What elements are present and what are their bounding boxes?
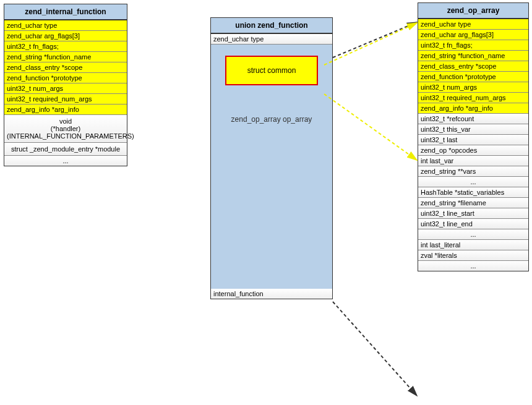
zend-internal-function-box: zend_internal_function zend_uchar typeze… xyxy=(4,4,127,166)
oparray-field-12: zend_op *opcodes xyxy=(418,145,528,156)
oparray-field-4: zend_class_entry *scope xyxy=(418,61,528,72)
op-array-label: zend_op_array op_array xyxy=(217,90,326,124)
connector-common-bottom xyxy=(324,94,417,160)
internal-field-4: zend_class_entry *scope xyxy=(4,62,127,73)
oparray-field-3: zend_string *function_name xyxy=(418,51,528,61)
oparray-field-20: ... xyxy=(418,229,528,240)
zend-op-array-fields: zend_uchar typezend_uchar arg_flags[3]ui… xyxy=(418,19,528,271)
internal-field-6: uint32_t num_args xyxy=(4,83,127,94)
oparray-field-10: uint32_t this_var xyxy=(418,124,528,135)
zend-function-internal-label: internal_function xyxy=(211,289,332,299)
oparray-field-7: uint32_t required_num_args xyxy=(418,93,528,103)
oparray-field-17: zend_string *filename xyxy=(418,198,528,208)
oparray-field-19: uint32_t line_end xyxy=(418,219,528,229)
oparray-field-22: zval *literals xyxy=(418,250,528,261)
zend-internal-function-title: zend_internal_function xyxy=(4,4,127,20)
internal-field-2: uint32_t fn_flags; xyxy=(4,41,127,52)
zend-function-type-field: zend_uchar type xyxy=(211,34,332,45)
zend-function-op-array-area: struct common zend_op_array op_array xyxy=(211,45,332,289)
oparray-field-18: uint32_t line_start xyxy=(418,208,528,219)
internal-field-8: zend_arg_info *arg_info xyxy=(4,104,127,115)
oparray-field-16: HashTable *static_variables xyxy=(418,187,528,198)
connector-oparray-top xyxy=(333,22,417,58)
oparray-field-5: zend_function *prototype xyxy=(418,72,528,82)
zend-op-array-box: zend_op_array zend_uchar typezend_uchar … xyxy=(418,2,529,271)
oparray-field-21: int last_literal xyxy=(418,240,528,250)
oparray-field-0: zend_uchar type xyxy=(418,19,528,30)
internal-field-10: struct _zend_module_entry *module xyxy=(4,143,127,156)
internal-field-7: uint32_t required_num_args xyxy=(4,94,127,104)
internal-field-5: zend_function *prototype xyxy=(4,73,127,83)
connector-oparray-bottom xyxy=(333,302,417,396)
zend-op-array-title: zend_op_array xyxy=(418,3,528,19)
oparray-field-6: uint32_t num_args xyxy=(418,82,528,93)
zend-function-union-box: union zend_function zend_uchar type stru… xyxy=(210,17,333,299)
oparray-field-23: ... xyxy=(418,261,528,271)
internal-field-0: zend_uchar type xyxy=(4,20,127,31)
oparray-field-8: zend_arg_info *arg_info xyxy=(418,103,528,114)
oparray-field-11: uint32_t last xyxy=(418,135,528,145)
oparray-field-9: uint32_t *refcount xyxy=(418,114,528,124)
internal-field-1: zend_uchar arg_flags[3] xyxy=(4,31,127,41)
oparray-field-2: uint32_t fn_flags; xyxy=(418,40,528,51)
zend-internal-function-fields: zend_uchar typezend_uchar arg_flags[3]ui… xyxy=(4,20,127,166)
connector-common-top xyxy=(324,23,417,65)
oparray-field-13: int last_var xyxy=(418,156,528,166)
zend-function-title: union zend_function xyxy=(211,18,332,34)
internal-field-11: ... xyxy=(4,156,127,166)
struct-common-box: struct common xyxy=(225,56,318,85)
internal-field-9: void(*handler)(INTERNAL_FUNCTION_PARAMET… xyxy=(4,115,127,143)
oparray-field-1: zend_uchar arg_flags[3] xyxy=(418,30,528,40)
internal-field-3: zend_string *function_name xyxy=(4,52,127,62)
oparray-field-15: ... xyxy=(418,177,528,187)
oparray-field-14: zend_string **vars xyxy=(418,166,528,177)
